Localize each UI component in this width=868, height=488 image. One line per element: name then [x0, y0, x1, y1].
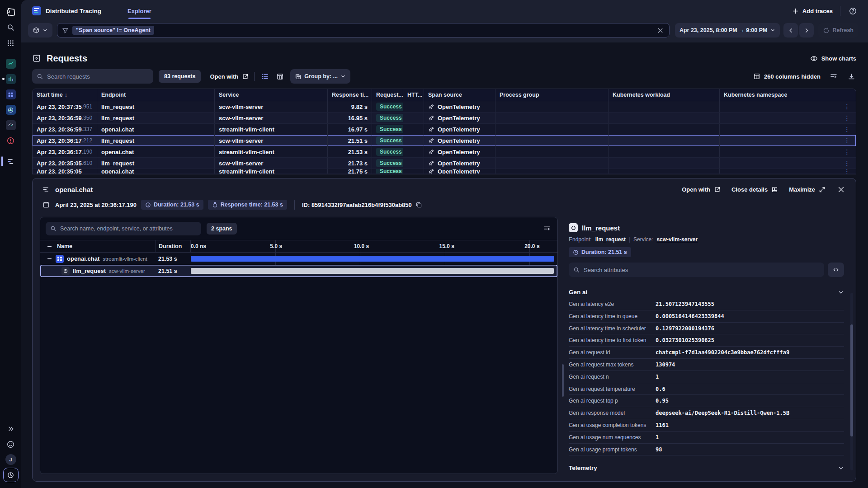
table-row[interactable]: Apr 23, 20:36:59.337openai.chatstreamlit…: [33, 124, 856, 135]
user-avatar[interactable]: J: [3, 452, 19, 467]
refresh-button[interactable]: Refresh: [818, 23, 858, 38]
attribute-label[interactable]: Gen ai latency e2e: [569, 300, 649, 308]
app-icon-metrics[interactable]: [3, 72, 19, 86]
attribute-label[interactable]: Gen ai usage prompt tokens: [569, 446, 649, 453]
search-attributes-input[interactable]: [569, 263, 824, 277]
app-icon-grid-blue[interactable]: [3, 87, 19, 102]
attribute-label[interactable]: Gen ai latency time in scheduler: [569, 325, 649, 332]
attribute-row[interactable]: Gen ai usage completion tokens1161: [569, 419, 844, 432]
attribute-label[interactable]: Gen ai response model: [569, 409, 649, 417]
attribute-row[interactable]: Gen ai latency time in scheduler0.129792…: [569, 323, 844, 335]
attribute-value[interactable]: 0.0327301025390625: [656, 337, 844, 344]
attribute-row[interactable]: Gen ai usage prompt tokens98: [569, 444, 844, 456]
attribute-row[interactable]: Gen ai latency e2e21.507123947143555: [569, 298, 844, 310]
row-menu-icon[interactable]: ⋮: [839, 113, 856, 123]
attribute-row[interactable]: Gen ai latency time to first token0.0327…: [569, 334, 844, 347]
row-menu-icon[interactable]: ⋮: [839, 158, 856, 169]
attribute-label[interactable]: Gen ai latency time to first token: [569, 337, 649, 344]
waterfall-settings-icon[interactable]: [542, 224, 552, 234]
help-icon[interactable]: [3, 437, 19, 451]
tab-explorer[interactable]: Explorer: [127, 0, 151, 22]
attribute-value[interactable]: 1: [656, 434, 844, 441]
close-icon[interactable]: [836, 185, 846, 194]
duration-pill[interactable]: Duration: 21.53 s: [141, 200, 203, 210]
add-traces-button[interactable]: Add traces: [792, 8, 833, 14]
filter-pill[interactable]: "Span source" != OneAgent: [72, 26, 154, 35]
table-row[interactable]: Apr 23, 20:35:05.610llm_requestscw-vllm-…: [33, 158, 856, 169]
history-clock-icon[interactable]: [3, 468, 19, 482]
app-icon-teal[interactable]: [3, 56, 19, 71]
span-row[interactable]: llm_requestscw-vllm-server21.51 s: [40, 265, 557, 277]
app-icon-distributed-tracing[interactable]: [3, 154, 19, 169]
attribute-label[interactable]: Gen ai usage completion tokens: [569, 422, 649, 429]
section-telemetry[interactable]: Telemetry: [569, 465, 844, 474]
column-header[interactable]: Response ti...: [327, 89, 372, 101]
scope-selector-button[interactable]: [28, 23, 52, 38]
row-menu-icon[interactable]: ⋮: [839, 146, 856, 157]
column-header[interactable]: Process group: [495, 89, 608, 101]
expand-rail-icon[interactable]: [3, 422, 19, 436]
columns-hidden-button[interactable]: 260 columns hidden: [753, 73, 821, 80]
table-settings-icon[interactable]: [829, 71, 839, 81]
table-row[interactable]: Apr 23, 20:36:17.190openai.chatstreamlit…: [33, 146, 856, 158]
close-details-button[interactable]: Close details: [731, 186, 778, 193]
attribute-row[interactable]: Gen ai request max tokens130974: [569, 359, 844, 371]
download-icon[interactable]: [847, 72, 856, 81]
attribute-label[interactable]: Gen ai request n: [569, 373, 649, 380]
details-open-with-button[interactable]: Open with: [682, 186, 721, 193]
help-circle-icon[interactable]: [848, 6, 858, 16]
table-row[interactable]: Apr 23, 20:35:05openai.chatstreamlit-vll…: [33, 169, 856, 174]
service-link[interactable]: scw-vllm-server: [656, 236, 698, 243]
attribute-row[interactable]: Gen ai usage num sequences1: [569, 432, 844, 444]
row-menu-icon[interactable]: ⋮: [839, 169, 856, 174]
attribute-label[interactable]: Gen ai request id: [569, 349, 649, 356]
column-header[interactable]: Kubernetes namespace: [719, 89, 839, 101]
filter-query-input[interactable]: "Span source" != OneAgent: [57, 23, 670, 38]
app-icon-kubernetes[interactable]: [3, 103, 19, 117]
app-icon-dashboards[interactable]: [3, 118, 19, 132]
attribute-value[interactable]: 0.95: [656, 397, 844, 405]
column-header[interactable]: Service: [214, 89, 327, 101]
span-row[interactable]: openai.chatstreamlit-vllm-client21.53 s: [40, 253, 557, 265]
dynatrace-logo-icon[interactable]: [3, 5, 19, 19]
table-row[interactable]: Apr 23, 20:37:35.951llm_requestscw-vllm-…: [33, 101, 856, 113]
table-row[interactable]: Apr 23, 20:36:59.350llm_requestscw-vllm-…: [33, 113, 856, 124]
attribute-row[interactable]: Gen ai request n1: [569, 371, 844, 383]
table-view-toggle[interactable]: [275, 72, 285, 81]
span-bar[interactable]: [191, 268, 554, 274]
column-header[interactable]: HTT...: [403, 89, 424, 101]
attribute-value[interactable]: 1161: [656, 422, 844, 429]
attribute-label[interactable]: Gen ai latency time in queue: [569, 313, 649, 320]
global-search-icon[interactable]: [3, 20, 19, 35]
collapse-all-icon[interactable]: [47, 244, 52, 249]
column-header[interactable]: Request...: [372, 89, 403, 101]
maximize-button[interactable]: Maximize: [789, 186, 826, 193]
column-header[interactable]: Start time ↓: [33, 89, 97, 101]
attribute-row[interactable]: Gen ai response modeldeepseek-ai/DeepSee…: [569, 407, 844, 419]
app-icon-problems[interactable]: [3, 133, 19, 148]
span-bar[interactable]: [191, 256, 554, 262]
attribute-row[interactable]: Gen ai request idchatcmpl-f7d1aa4902204c…: [569, 347, 844, 359]
attribute-value[interactable]: 98: [656, 446, 844, 454]
response-time-pill[interactable]: Response time: 21.53 s: [208, 200, 287, 210]
attribute-value[interactable]: deepseek-ai/DeepSeek-R1-Distill-Qwen-1.5…: [656, 409, 844, 417]
column-header[interactable]: Endpoint: [97, 89, 214, 101]
list-view-toggle[interactable]: [260, 71, 270, 81]
clear-filter-icon[interactable]: [656, 26, 665, 35]
attribute-row[interactable]: Gen ai request temperature0.6: [569, 383, 844, 395]
copy-icon[interactable]: [415, 202, 422, 208]
time-forward-button[interactable]: [799, 23, 814, 38]
column-header[interactable]: Kubernetes workload: [608, 89, 719, 101]
column-header[interactable]: Span source: [424, 89, 495, 101]
attribute-value[interactable]: 0.6: [656, 385, 844, 393]
attribute-value[interactable]: 21.507123947143555: [656, 300, 844, 308]
attribute-value[interactable]: 0.0005164146423339844: [656, 313, 844, 320]
code-view-icon[interactable]: [828, 263, 844, 277]
row-menu-icon[interactable]: ⋮: [839, 101, 856, 112]
time-range-button[interactable]: Apr 23, 2025, 8:00 PM → 9:00 PM: [675, 23, 780, 38]
search-requests-input[interactable]: [32, 69, 153, 84]
app-launcher-icon[interactable]: [3, 36, 19, 50]
group-by-button[interactable]: Group by: ...: [290, 69, 350, 84]
attribute-value[interactable]: 1: [656, 373, 844, 381]
attribute-label[interactable]: Gen ai usage num sequences: [569, 434, 649, 441]
